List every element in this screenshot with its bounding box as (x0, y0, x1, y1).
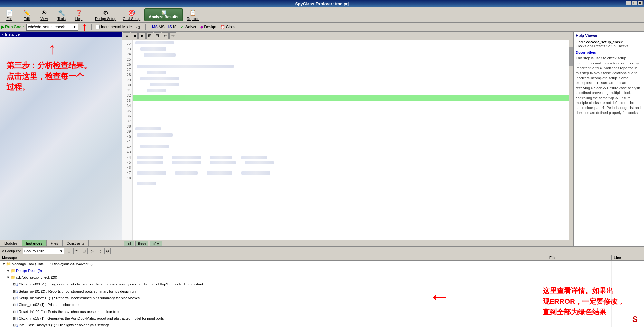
goal-dropdown[interactable]: cdc/cdc_setup_check ▼ (26, 24, 78, 31)
msg-reset-info02[interactable]: ⊞ ℹ Reset_info02 (1) : Prints the asynch… (0, 308, 644, 315)
view-icon: 👁 (40, 9, 48, 17)
msg-cdc-setup[interactable]: ▼ 📁 cdc/cdc_setup_check (20) (0, 274, 644, 281)
msg-setup-port01-text: Setup_port01 (2) : Reports unconstrained… (19, 289, 137, 294)
tab-instances[interactable]: Instances (22, 240, 47, 246)
scrollbar-thumb[interactable] (569, 47, 573, 66)
tab-constraints[interactable]: Constraints (62, 240, 89, 246)
nav-ms[interactable]: MS MS (152, 25, 165, 29)
btool-3[interactable]: ⊟ (81, 248, 88, 254)
tab-modules[interactable]: Modules (0, 240, 22, 246)
msg-setup-port01[interactable]: ⊞ ℹ Setup_port01 (2) : Reports unconstra… (0, 288, 644, 295)
close-bottom-button[interactable]: ✕ (1, 249, 4, 253)
instance-content: ↑ 第三步：分析检查结果。 点击这里，检查每一个 过程。 (0, 37, 122, 240)
msg-clock-info02-text: Clock_info02 (1) : Prints the clock tree (19, 302, 79, 308)
btool-6[interactable]: ⊙ (104, 248, 111, 254)
chinese-annotation-left: 第三步：分析检查结果。 点击这里，检查每一个 过程。 (6, 60, 91, 92)
editor-btn-right[interactable]: ▶ (138, 32, 146, 39)
code-line-27 (133, 71, 569, 76)
tree-doc-icon-6: ℹ (16, 316, 18, 322)
code-scrollbar[interactable] (569, 40, 573, 240)
instance-header: ✕ Instance (0, 32, 122, 37)
menu-analyze-results[interactable]: 📊 Analyze Results (144, 8, 183, 21)
close-button[interactable]: × (638, 1, 643, 5)
editor-btn-redo[interactable]: ↪ (169, 32, 176, 39)
message-area[interactable]: Message File Line ▼ 📁 Message Tree ( Tot… (0, 255, 644, 327)
code-line-40 (133, 145, 569, 150)
menu-edit[interactable]: ✏️ Edit (19, 8, 35, 21)
code-line-23 (133, 47, 569, 53)
line-numbers: 22 23 24 25 26 27 28 29 30 31 32 33 34 3… (122, 40, 133, 240)
code-line-46 (133, 176, 569, 181)
msg-root-text: Message Tree ( Total: 29. Displayed: 29.… (12, 261, 93, 267)
minimize-button[interactable]: − (626, 1, 631, 5)
help-icon: ❓ (75, 9, 83, 17)
incremental-mode-checkbox[interactable] (96, 25, 100, 29)
msg-root[interactable]: ▼ 📁 Message Tree ( Total: 29. Displayed:… (0, 261, 644, 267)
nav-back-button[interactable]: ◁ (135, 24, 141, 30)
msg-setup-blackbox01[interactable]: ⊞ ℹ Setup_blackbox01 (1) : Reports uncon… (0, 295, 644, 302)
nav-is[interactable]: IS IS (168, 25, 177, 29)
nav-design[interactable]: ◆ Design (200, 25, 216, 29)
help-description-text: This step is used to check setup correct… (576, 56, 642, 115)
nav-waiver[interactable]: ✓ Waiver (180, 25, 196, 29)
line-35: 35 (122, 109, 132, 114)
msg-design-read-cell: ▼ 📁 Design Read (9) (0, 267, 547, 274)
btool-1[interactable]: ⊞ (66, 248, 72, 254)
menu-reports[interactable]: 📋 Reports (184, 8, 202, 21)
dropdown-arrow-icon: ▼ (73, 25, 76, 29)
editor-btn-undo[interactable]: ↩ (162, 32, 169, 39)
editor-btn-collapse[interactable]: ⊟ (154, 32, 161, 39)
file-tab-flash[interactable]: flash (135, 241, 148, 246)
close-left-icon[interactable]: ✕ (1, 33, 4, 36)
group-by-dropdown[interactable]: Goal by Rule ▼ (23, 248, 64, 254)
run-goal-label: ▶ Run Goal: (1, 25, 24, 29)
msg-info-case[interactable]: ⊞ ℹ Info_Case_Analysis (1) : Highlights … (0, 322, 644, 327)
file-tab-cfi[interactable]: cfi v (150, 241, 162, 246)
msg-clock-info15[interactable]: ⊞ ℹ Clock_info15 (1) : Generates the Por… (0, 315, 644, 322)
btool-4[interactable]: ▷ (89, 248, 95, 254)
msg-design-read-text: Design Read (9) (16, 268, 42, 274)
line-23: 23 (122, 47, 132, 52)
editor-btn-list[interactable]: ≡ (123, 32, 130, 39)
msg-design-read[interactable]: ▼ 📁 Design Read (9) (0, 267, 644, 274)
line-27: 27 (122, 67, 132, 72)
incremental-mode-check[interactable]: Incremental Mode (96, 25, 132, 29)
menu-design-setup[interactable]: ⚙ Design Setup (92, 8, 119, 21)
line-47: 47 (122, 170, 132, 176)
msg-clock-info02[interactable]: ⊞ ℹ Clock_info02 (1) : Prints the clock … (0, 302, 644, 308)
menu-file[interactable]: 📄 File (1, 8, 17, 21)
nav-waiver-label: Waiver (185, 25, 196, 29)
nav-clock[interactable]: ⏰ Clock (220, 25, 236, 29)
menu-tools[interactable]: 🔧 Tools (53, 8, 70, 21)
msg-clock-info03b[interactable]: ⊞ ℹ Clock_info03b (5) : Flags cases not … (0, 281, 644, 288)
code-line-43 (133, 160, 569, 165)
tab-files[interactable]: Files (46, 240, 62, 246)
msg-clock-info03b-cell: ⊞ ℹ Clock_info03b (5) : Flags cases not … (0, 281, 547, 288)
menu-view[interactable]: 👁 View (36, 8, 52, 21)
btool-2[interactable]: ≡ (73, 248, 80, 254)
goal-setup-icon: 🎯 (128, 9, 136, 17)
btool-5[interactable]: ◁ (97, 248, 103, 254)
menu-goal-setup[interactable]: 🎯 Goal Setup (120, 8, 143, 21)
code-line-28 (133, 77, 569, 82)
msg-cdc-setup-cell: ▼ 📁 cdc/cdc_setup_check (20) (0, 274, 547, 281)
editor-toolbar: ≡ ◀ ▶ ⊞ ⊟ ↩ ↪ (122, 32, 573, 40)
msg-setup-port01-cell: ⊞ ℹ Setup_port01 (2) : Reports unconstra… (0, 288, 547, 295)
editor-btn-expand[interactable]: ⊞ (146, 32, 153, 39)
menu-help[interactable]: ❓ Help (71, 8, 87, 21)
title-bar: SpyGlass Explorer: fmc.prj − □ × (0, 0, 644, 7)
help-panel: Help Viewer Goal : cdc/cdc_setup_check C… (573, 32, 644, 246)
menu-bar: 📄 File ✏️ Edit 👁 View 🔧 Tools ❓ Help ⚙ D… (0, 7, 644, 23)
editor-btn-left[interactable]: ◀ (131, 32, 138, 39)
line-39: 39 (122, 129, 132, 134)
code-content[interactable] (133, 40, 569, 240)
code-area: 22 23 24 25 26 27 28 29 30 31 32 33 34 3… (122, 40, 573, 240)
menu-analyze-label: Analyze Results (149, 15, 178, 19)
maximize-button[interactable]: □ (632, 1, 637, 5)
btool-7[interactable]: ↓ (112, 248, 118, 254)
msg-clock-info15-text: Clock_info15 (1) : Generates the PortClo… (19, 316, 164, 322)
file-tab-spi[interactable]: spi (124, 241, 134, 246)
code-line-31 (133, 95, 569, 101)
code-line-30 (133, 89, 569, 94)
nav-ms-label: MS (159, 25, 165, 29)
